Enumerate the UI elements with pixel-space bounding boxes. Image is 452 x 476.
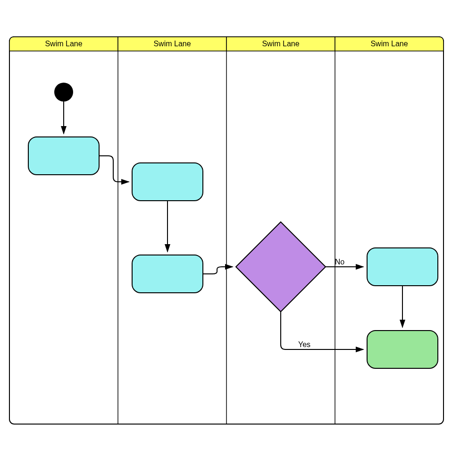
- start-node: [54, 83, 73, 102]
- edge-decision-yes: [281, 312, 363, 349]
- decision-yes-label: Yes: [298, 340, 310, 348]
- lane-headers: Swim Lane Swim Lane Swim Lane Swim Lane: [9, 37, 444, 51]
- edge-a1-to-a2: [99, 156, 129, 182]
- flowchart-canvas: Swim Lane Swim Lane Swim Lane Swim Lane …: [0, 0, 452, 476]
- lane-label-1: Swim Lane: [45, 40, 82, 48]
- lane-label-3: Swim Lane: [262, 40, 299, 48]
- activity-1: [28, 137, 99, 175]
- terminal-node: [367, 331, 438, 368]
- activity-2: [132, 163, 203, 201]
- decision-node: [236, 222, 326, 312]
- activity-3: [132, 255, 203, 293]
- decision-no-label: No: [335, 258, 345, 266]
- activity-4: [367, 248, 438, 286]
- lane-label-2: Swim Lane: [153, 40, 191, 48]
- lane-label-4: Swim Lane: [370, 40, 408, 48]
- edge-a3-to-decision: [203, 267, 233, 274]
